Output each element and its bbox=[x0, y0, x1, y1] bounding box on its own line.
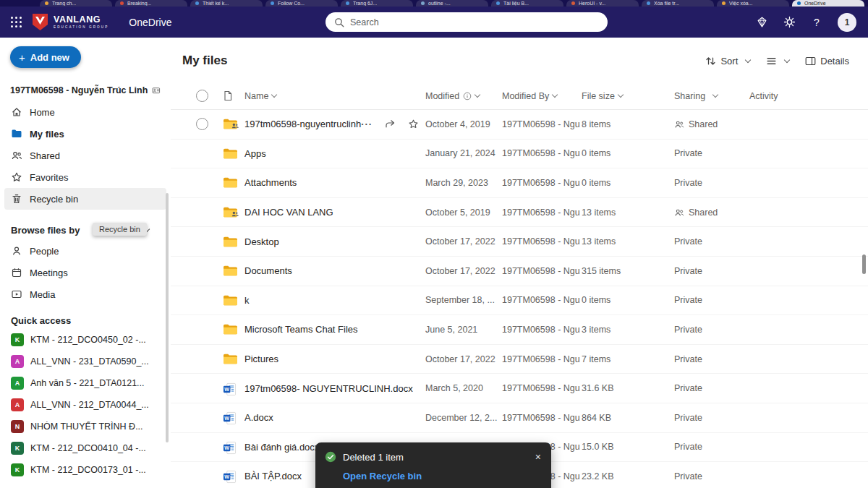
file-name-cell[interactable]: Attachments ··· bbox=[244, 177, 425, 188]
sharing-cell[interactable]: Private bbox=[674, 295, 749, 305]
browser-tab[interactable]: Tài liệu B... bbox=[491, 0, 563, 7]
browser-tab[interactable]: HeroUI - v... bbox=[566, 0, 639, 7]
table-row[interactable]: W Documents ··· October 17, 2022 197TM06… bbox=[171, 257, 868, 286]
table-row[interactable]: W Microsoft Teams Chat Files ··· June 5,… bbox=[171, 315, 868, 345]
browser-tab[interactable]: OneDrive bbox=[792, 0, 864, 7]
sharing-cell[interactable]: Private bbox=[674, 442, 749, 452]
file-name-cell[interactable]: 197tm06598-nguyentruclinh ··· bbox=[244, 119, 425, 129]
column-header-modified-by[interactable]: Modified By bbox=[502, 91, 582, 101]
browser-tab[interactable]: Trang ch... bbox=[40, 0, 112, 7]
browse-by-item[interactable]: Meetings bbox=[4, 262, 166, 283]
sharing-cell[interactable]: Private bbox=[674, 325, 749, 335]
browser-tab[interactable]: outline -... bbox=[416, 0, 488, 7]
table-row[interactable]: W Desktop ··· October 17, 2022 197TM0659… bbox=[171, 227, 868, 257]
help-icon[interactable]: ? bbox=[810, 16, 823, 29]
table-row[interactable]: W Pictures ··· October 17, 2022 197TM065… bbox=[171, 345, 868, 374]
vanlang-logo[interactable]: VANLANG EDUCATION GROUP bbox=[32, 13, 109, 31]
sharing-cell[interactable]: Shared bbox=[674, 207, 749, 218]
settings-gear-icon[interactable] bbox=[783, 16, 796, 29]
file-name-cell[interactable]: Pictures ··· bbox=[244, 354, 425, 364]
sort-button[interactable]: Sort bbox=[705, 56, 750, 67]
browse-by-item[interactable]: People bbox=[4, 240, 166, 262]
file-name-cell[interactable]: Apps ··· bbox=[244, 148, 425, 159]
file-name-cell[interactable]: Documents ··· bbox=[244, 265, 425, 276]
sharing-cell[interactable]: Private bbox=[674, 413, 749, 423]
add-new-label: Add new bbox=[30, 52, 69, 63]
browser-tab[interactable]: Thiết kế k... bbox=[190, 0, 263, 7]
tab-label: Xóa file tr... bbox=[654, 1, 679, 6]
quick-access-item[interactable]: K KTM - 212_DCO0450_02 -... bbox=[4, 329, 166, 351]
details-pane-icon bbox=[805, 56, 816, 67]
open-recycle-bin-link[interactable]: Open Recycle bin bbox=[343, 471, 422, 481]
sidebar-nav-item[interactable]: Favorites bbox=[4, 166, 166, 188]
sharing-status: Private bbox=[674, 295, 702, 305]
column-header-sharing[interactable]: Sharing bbox=[674, 91, 749, 101]
file-size-cell: 13 items bbox=[582, 236, 674, 247]
row-checkbox[interactable] bbox=[196, 118, 208, 130]
search-input[interactable] bbox=[350, 17, 599, 27]
share-icon[interactable] bbox=[385, 119, 396, 129]
sharing-cell[interactable]: Private bbox=[674, 236, 749, 247]
browser-tab[interactable]: Breaking... bbox=[115, 0, 187, 7]
account-avatar[interactable]: 1 bbox=[838, 13, 856, 32]
quick-access-item[interactable]: A Anh văn 5 - 221_DTA0121... bbox=[4, 372, 166, 394]
file-name-cell[interactable]: 197tm06598- NGUYENTRUCLINH.docx ··· bbox=[244, 383, 425, 394]
table-row[interactable]: W DAI HOC VAN LANG ··· October 5, 2019 1… bbox=[171, 198, 868, 228]
sidebar-nav-item[interactable]: Shared bbox=[4, 145, 166, 166]
sidebar-nav: Home My files Shared Favorites Recycle b… bbox=[0, 101, 171, 210]
file-name: Apps bbox=[244, 148, 266, 159]
add-new-button[interactable]: + Add new bbox=[10, 46, 81, 68]
select-all-checkbox[interactable] bbox=[196, 90, 208, 102]
table-row[interactable]: W k ··· September 18, ... 197TM06598 - N… bbox=[171, 286, 868, 316]
close-icon[interactable]: × bbox=[535, 452, 541, 462]
sidebar-scrollbar[interactable] bbox=[166, 193, 169, 442]
column-header-file-size[interactable]: File size bbox=[582, 91, 674, 101]
sharing-status: Private bbox=[674, 266, 702, 276]
main-scrollbar[interactable] bbox=[862, 254, 866, 274]
table-row[interactable]: W 197tm06598- NGUYENTRUCLINH.docx ··· Ma… bbox=[171, 374, 868, 403]
sharing-cell[interactable]: Private bbox=[674, 354, 749, 364]
sidebar-nav-item[interactable]: Home bbox=[4, 101, 166, 123]
file-name-cell[interactable]: Microsoft Teams Chat Files ··· bbox=[244, 324, 425, 335]
sharing-cell[interactable]: Private bbox=[674, 266, 749, 276]
table-row[interactable]: W Attachments ··· March 29, 2023 197TM06… bbox=[171, 168, 868, 198]
more-actions-icon[interactable]: ··· bbox=[361, 119, 373, 129]
quick-access-item[interactable]: N NHÓM THUYẾT TRÌNH Đ... bbox=[4, 416, 166, 437]
column-header-modified[interactable]: Modified bbox=[425, 91, 502, 101]
column-header-name[interactable]: Name bbox=[244, 91, 425, 101]
modified-cell: September 18, ... bbox=[425, 295, 502, 305]
browser-tab[interactable]: Việc xóa... bbox=[717, 0, 789, 7]
sharing-cell[interactable]: Private bbox=[674, 383, 749, 393]
browser-tab[interactable]: Trang 6J... bbox=[341, 0, 413, 7]
quick-access-item[interactable]: A ALL_VNN - 231_DTA0590_... bbox=[4, 351, 166, 372]
browser-tab[interactable]: Follow Co... bbox=[265, 0, 338, 7]
table-row[interactable]: W 197tm06598-nguyentruclinh ··· October … bbox=[171, 110, 868, 140]
quick-access-label: ALL_VNN - 231_DTA0590_... bbox=[30, 356, 149, 367]
file-name-cell[interactable]: DAI HOC VAN LANG ··· bbox=[244, 207, 425, 218]
file-name-cell[interactable]: A.docx ··· bbox=[244, 412, 425, 423]
page-title: My files bbox=[182, 53, 227, 68]
sharing-cell[interactable]: Shared bbox=[674, 119, 749, 129]
sidebar-nav-item[interactable]: My files bbox=[4, 123, 166, 145]
table-row[interactable]: W Apps ··· January 21, 2024 197TM06598 -… bbox=[171, 140, 868, 169]
file-name-cell[interactable]: Desktop ··· bbox=[244, 236, 425, 247]
details-button[interactable]: Details bbox=[805, 56, 849, 67]
app-launcher-icon[interactable] bbox=[11, 17, 22, 27]
favorite-star-icon[interactable] bbox=[408, 119, 419, 129]
table-row[interactable]: W A.docx ··· December 12, 2... 197TM0659… bbox=[171, 403, 868, 433]
view-options-button[interactable] bbox=[766, 56, 789, 67]
sidebar-nav-item[interactable]: Recycle bin bbox=[4, 188, 166, 210]
browser-tab[interactable]: Xóa file tr... bbox=[642, 0, 714, 7]
sharing-cell[interactable]: Private bbox=[674, 148, 749, 158]
search-bar[interactable] bbox=[326, 12, 608, 32]
app-title[interactable]: OneDrive bbox=[129, 17, 171, 28]
sharing-cell[interactable]: Private bbox=[674, 178, 749, 188]
file-name-cell[interactable]: k ··· bbox=[244, 295, 425, 306]
quick-access-item[interactable]: A ALL_VNN - 212_DTA0044_... bbox=[4, 394, 166, 416]
quick-access-item[interactable]: K KTM - 212_DCO0410_04 -... bbox=[4, 437, 166, 459]
premium-diamond-icon[interactable] bbox=[755, 16, 768, 29]
browse-by-item[interactable]: Media bbox=[4, 283, 166, 305]
sharing-cell[interactable]: Private bbox=[674, 471, 749, 481]
tab-favicon-icon bbox=[271, 1, 274, 5]
quick-access-item[interactable]: K KTM - 212_DCO0173_01 -... bbox=[4, 459, 166, 481]
